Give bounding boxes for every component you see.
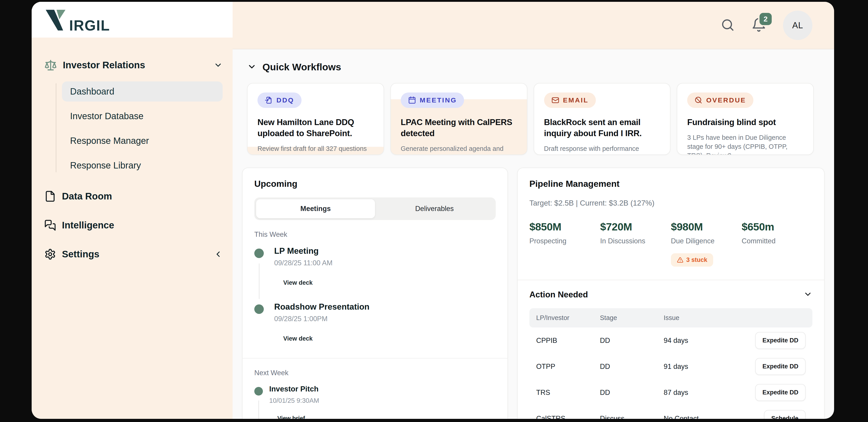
sidebar: IRGIL Investor Relations [32,2,232,419]
investor-cell: CalSTRS [536,415,600,419]
section-title: Quick Workflows [262,61,341,72]
issue-cell: 91 days [664,363,736,371]
sidebar-item-label: Intelligence [62,220,223,231]
divider [518,280,824,280]
avatar[interactable]: AL [783,11,812,40]
envelope-icon [551,96,559,104]
divider [243,358,507,358]
table-row: CPPIB DD 94 days Expedite DD [529,328,812,354]
tab-meetings[interactable]: Meetings [256,199,375,218]
column-header: Issue [664,314,736,322]
workflow-card-meeting[interactable]: MEETING LPAC Meeting with CalPERS detect… [391,83,527,155]
card-description: Review first draft for all 327 questions… [257,144,374,155]
logo-text: IRGIL [69,20,110,31]
timeline-rail [254,246,274,295]
chevron-down-icon[interactable] [214,61,223,70]
card-title: New Hamilton Lane DDQ uploaded to ShareP… [257,117,374,139]
overdue-badge: OVERDUE [687,92,753,108]
sidebar-item-settings[interactable]: Settings [44,243,223,265]
card-description: Draft response with performance attribut… [544,144,660,155]
investor-cell: CPPIB [536,336,600,345]
sidebar-item-investor-database[interactable]: Investor Database [62,106,223,126]
column-header: LP/Investor [536,314,600,322]
week-label: Next Week [254,369,496,377]
badge-label: DDQ [276,96,294,104]
meeting-item-roadshow: Roadshow Presentation 09/28/25 1:00PM Vi… [254,302,496,350]
quick-workflows-section: Quick Workflows DDQ New Hamilton Lane DD… [242,61,824,155]
sidebar-nav: Investor Relations Dashboard Investor Da… [32,37,232,272]
view-brief-link[interactable]: View brief [277,415,305,419]
logo-block: IRGIL [32,2,232,37]
card-description: 3 LPs have been in Due Diligence stage f… [687,133,803,155]
virgil-logo: IRGIL [44,8,110,31]
meeting-badge: MEETING [401,92,464,108]
sidebar-item-data-room[interactable]: Data Room [44,185,223,207]
card-description: Generate personalized agenda and talking… [401,144,517,155]
table-row: OTPP DD 91 days Expedite DD [529,354,812,380]
stat-value: $850M [529,220,600,233]
timeline-rail [254,385,269,419]
sidebar-item-label: Settings [62,249,208,260]
chevron-left-icon[interactable] [214,250,223,259]
file-output-icon [265,96,273,104]
email-badge: EMAIL [544,92,596,108]
main-area: 2 AL Quick Workflows [232,2,834,419]
view-deck-link[interactable]: View deck [283,335,313,342]
column-header [736,314,806,322]
notifications-button[interactable]: 2 [751,18,766,33]
expedite-dd-button[interactable]: Expedite DD [755,384,806,401]
badge-label: MEETING [420,96,457,104]
tab-deliverables[interactable]: Deliverables [375,199,494,218]
action-needed-header[interactable]: Action Needed [529,290,812,300]
upcoming-panel: Upcoming Meetings Deliverables This Week… [242,168,508,419]
scales-icon [44,59,57,71]
issue-cell: No Contact [664,415,736,419]
quick-workflows-header[interactable]: Quick Workflows [247,61,814,72]
chevron-down-icon [247,62,256,72]
meeting-datetime: 10/01/25 9:30AM [269,397,319,404]
stat-committed: $650m Committed [742,220,812,267]
sidebar-item-response-library[interactable]: Response Library [62,155,223,176]
stuck-label: 3 stuck [686,257,707,264]
search-icon[interactable] [721,18,735,33]
app-window: IRGIL Investor Relations [32,2,834,419]
investor-cell: TRS [536,389,600,397]
document-icon [44,190,56,202]
stage-cell: DD [600,363,664,371]
workflow-card-ddq[interactable]: DDQ New Hamilton Lane DDQ uploaded to Sh… [247,83,384,155]
sidebar-item-investor-relations[interactable]: Investor Relations [44,56,223,74]
expedite-dd-button[interactable]: Expedite DD [755,358,806,375]
sidebar-item-intelligence[interactable]: Intelligence [44,214,223,236]
stat-value: $650m [742,220,812,233]
workflow-card-overdue[interactable]: OVERDUE Fundraising blind spot 3 LPs hav… [677,83,814,155]
expedite-dd-button[interactable]: Expedite DD [755,332,806,349]
view-deck-link[interactable]: View deck [283,279,313,286]
card-title: Fundraising blind spot [687,117,803,128]
sidebar-item-response-manager[interactable]: Response Manager [62,131,223,151]
stat-value: $980M [671,220,742,233]
stat-label: Due Diligence [671,237,742,245]
stat-label: Committed [742,237,812,245]
overdue-icon [694,96,703,104]
workflow-card-email[interactable]: EMAIL BlackRock sent an email inquiry ab… [534,83,671,155]
stat-label: Prospecting [529,237,600,245]
ddq-badge: DDQ [257,92,302,108]
section-title: Action Needed [529,290,588,299]
stuck-warning-badge[interactable]: 3 stuck [671,253,713,267]
pipeline-panel: Pipeline Management Target: $2.5B | Curr… [517,168,825,419]
meeting-title: LP Meeting [274,246,333,256]
stage-cell: DD [600,389,664,397]
sidebar-item-dashboard[interactable]: Dashboard [62,82,223,101]
badge-label: EMAIL [563,96,589,104]
chat-bubbles-icon [44,219,56,231]
issue-cell: 94 days [664,336,736,345]
pipeline-summary: Target: $2.5B | Current: $3.2B (127%) [529,199,812,207]
stat-prospecting: $850M Prospecting [529,220,600,267]
meeting-datetime: 09/28/25 11:00 AM [274,259,333,267]
chevron-down-icon [803,290,812,300]
schedule-button[interactable]: Schedule [764,410,806,419]
sidebar-item-label: Investor Relations [63,60,208,70]
card-title: LPAC Meeting with CalPERS detected [401,117,517,139]
column-header: Stage [600,314,664,322]
upcoming-tabs: Meetings Deliverables [254,198,496,220]
